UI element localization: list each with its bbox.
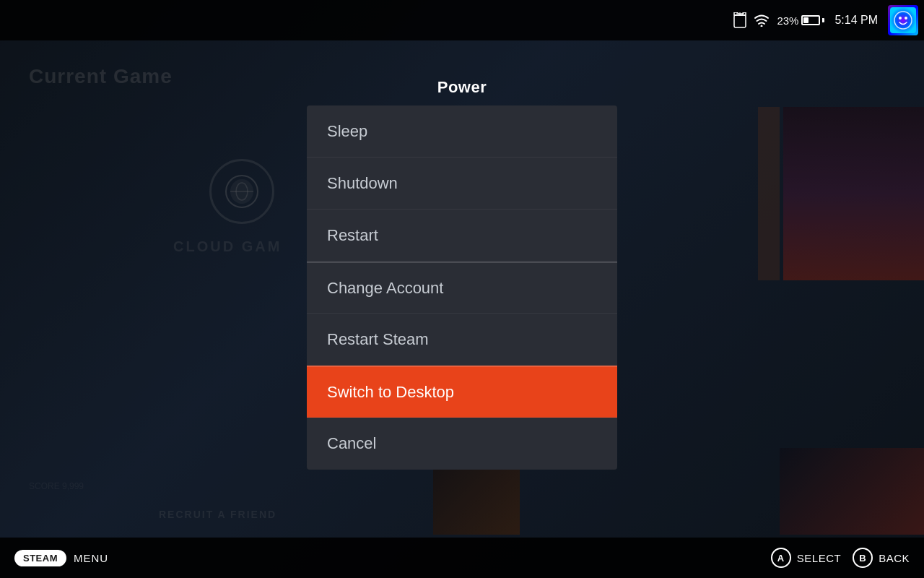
menu-label: MENU — [74, 552, 108, 564]
power-title: Power — [307, 78, 617, 97]
power-menu-item-switch-desktop[interactable]: Switch to Desktop — [307, 366, 617, 418]
power-menu-item-change-account[interactable]: Change Account — [307, 262, 617, 314]
power-menu-item-cancel[interactable]: Cancel — [307, 418, 617, 470]
svg-point-11 — [899, 17, 902, 20]
b-button[interactable]: B — [853, 548, 873, 568]
svg-point-12 — [905, 17, 907, 20]
svg-point-8 — [761, 25, 763, 27]
power-menu-item-shutdown[interactable]: Shutdown — [307, 158, 617, 210]
svg-rect-3 — [734, 15, 746, 27]
power-menu: Sleep Shutdown Restart Change Account Re… — [307, 105, 617, 470]
back-label: BACK — [879, 552, 910, 564]
select-label: SELECT — [797, 552, 841, 564]
select-control: A SELECT — [771, 548, 841, 568]
status-bar: 23% 5:14 PM — [0, 0, 924, 40]
battery-icon — [801, 15, 824, 25]
battery-indicator: 23% — [777, 14, 824, 27]
sd-card-icon — [733, 12, 746, 28]
a-button[interactable]: A — [771, 548, 791, 568]
steam-button[interactable]: STEAM — [14, 550, 66, 566]
steam-button-group: STEAM MENU — [14, 550, 108, 566]
back-control: B BACK — [853, 548, 910, 568]
battery-percent: 23% — [777, 14, 798, 27]
power-menu-item-sleep[interactable]: Sleep — [307, 105, 617, 158]
clock-time: 5:14 PM — [834, 14, 878, 27]
right-controls: A SELECT B BACK — [771, 548, 910, 568]
user-avatar[interactable] — [888, 5, 918, 35]
bottom-bar: STEAM MENU A SELECT B BACK — [0, 538, 924, 578]
power-menu-item-restart[interactable]: Restart — [307, 210, 617, 262]
power-menu-item-restart-steam[interactable]: Restart Steam — [307, 314, 617, 366]
power-dialog: Power Sleep Shutdown Restart Change Acco… — [307, 78, 617, 470]
wifi-signal-icon — [754, 14, 770, 27]
